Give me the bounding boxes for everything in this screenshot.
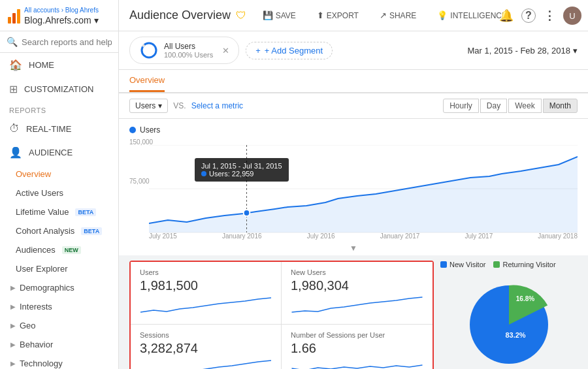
scroll-down-icon: ▼ xyxy=(350,244,357,253)
y-label-75k: 75,000 xyxy=(129,178,150,185)
new-visitor-dot xyxy=(440,261,447,268)
stat-label-sessions-per-user: Number of Sessions per User xyxy=(291,331,423,339)
share-button[interactable]: ↗ SHARE xyxy=(374,8,421,23)
stat-value-users: 1,981,500 xyxy=(140,278,272,293)
stats-grid: Users 1,981,500 New Users 1,980,304 xyxy=(129,261,434,369)
shield-icon: 🛡 xyxy=(236,10,246,22)
hourly-button[interactable]: Hourly xyxy=(443,99,479,113)
logo-bar-3 xyxy=(17,9,20,24)
save-icon: 💾 xyxy=(263,10,273,20)
stat-card-sessions-per-user[interactable]: Number of Sessions per User 1.66 xyxy=(282,325,433,369)
site-name[interactable]: Blog.Ahrefs.com ▾ xyxy=(24,15,99,25)
sidebar-item-behavior[interactable]: ▶ Behavior xyxy=(0,335,118,354)
legend-label-users: Users xyxy=(140,125,160,135)
tab-overview[interactable]: Overview xyxy=(129,70,165,92)
all-users-segment[interactable]: All Users 100.00% Users ✕ xyxy=(129,37,239,64)
chevron-right-icon-geo: ▶ xyxy=(10,322,16,329)
sidebar-item-lifetime-value[interactable]: Lifetime Value BETA xyxy=(0,202,118,221)
svg-text:16.8%: 16.8% xyxy=(516,295,534,302)
logo-bar-1 xyxy=(8,17,11,24)
metric-chevron-icon: ▾ xyxy=(158,101,162,110)
mini-chart-new-users xyxy=(291,296,423,315)
sidebar: All accounts › Blog Ahrefs Blog.Ahrefs.c… xyxy=(0,0,119,369)
pie-legend: New Visitor Returning Visitor xyxy=(440,261,578,268)
stat-label-sessions: Sessions xyxy=(140,331,272,339)
sidebar-item-user-explorer[interactable]: User Explorer xyxy=(0,259,118,278)
metric-dropdown[interactable]: Users ▾ xyxy=(129,99,168,113)
chart-container: Users 150,000 75,000 Jul 1, 2015 - Jul 3… xyxy=(119,119,588,255)
beta-badge-cohort: BETA xyxy=(81,227,102,235)
chevron-right-icon-technology: ▶ xyxy=(10,360,16,367)
sidebar-item-interests[interactable]: ▶ Interests xyxy=(0,297,118,316)
sidebar-item-active-users[interactable]: Active Users xyxy=(0,184,118,202)
select-metric-link[interactable]: Select a metric xyxy=(191,101,243,110)
metric-selector-area: Users ▾ VS. Select a metric xyxy=(129,99,243,113)
share-icon: ↗ xyxy=(380,10,387,20)
vs-label: VS. xyxy=(173,101,186,110)
date-range-picker[interactable]: Mar 1, 2015 - Feb 28, 2018 ▾ xyxy=(467,46,578,56)
chart-tooltip: Jul 1, 2015 - Jul 31, 2015 Users: 22,959 xyxy=(195,158,289,182)
pie-legend-new-visitor: New Visitor xyxy=(440,261,485,268)
segments-bar: All Users 100.00% Users ✕ + + Add Segmen… xyxy=(119,31,588,70)
add-icon: + xyxy=(255,46,261,56)
main-content: 🔔 ? ⋮ U Audience Overview 🛡 💾 SAVE ⬆ EXP… xyxy=(119,0,588,369)
sidebar-item-overview[interactable]: Overview xyxy=(0,165,118,184)
add-segment-button[interactable]: + + Add Segment xyxy=(246,42,333,59)
month-button[interactable]: Month xyxy=(543,99,578,113)
breadcrumb-text[interactable]: All accounts › Blog Ahrefs xyxy=(24,7,99,14)
stat-value-sessions: 3,282,874 xyxy=(140,341,272,356)
help-icon[interactable]: ? xyxy=(521,8,536,23)
sidebar-item-audiences[interactable]: Audiences NEW xyxy=(0,240,118,259)
search-bar[interactable]: 🔍 xyxy=(0,31,118,53)
sidebar-item-audience[interactable]: 👤 AUDIENCE xyxy=(0,140,118,165)
segment-close-icon[interactable]: ✕ xyxy=(222,46,229,56)
pie-chart-container: New Visitor Returning Visitor xyxy=(434,261,578,369)
svg-text:83.2%: 83.2% xyxy=(505,331,525,339)
stat-value-sessions-per-user: 1.66 xyxy=(291,341,423,356)
x-label-jul2016: July 2016 xyxy=(307,233,335,240)
sidebar-item-home[interactable]: 🏠 HOME xyxy=(0,53,118,77)
tooltip-date: Jul 1, 2015 - Jul 31, 2015 xyxy=(201,162,282,170)
bell-icon[interactable]: 🔔 xyxy=(499,8,514,23)
logo-bar-2 xyxy=(12,13,16,24)
grid-icon: ⊞ xyxy=(9,83,18,95)
x-label-jan2017: January 2017 xyxy=(380,233,420,240)
more-icon[interactable]: ⋮ xyxy=(544,8,555,23)
returning-visitor-dot xyxy=(493,261,500,268)
stats-grid-container: Users 1,981,500 New Users 1,980,304 xyxy=(129,261,434,369)
site-info: All accounts › Blog Ahrefs Blog.Ahrefs.c… xyxy=(24,7,99,25)
stat-card-new-users[interactable]: New Users 1,980,304 xyxy=(282,262,433,325)
legend-dot-users xyxy=(129,127,136,133)
chart-area: 150,000 75,000 Jul 1, 2015 - Jul 31, 201… xyxy=(129,138,578,230)
stat-card-users[interactable]: Users 1,981,500 xyxy=(131,262,282,325)
pie-svg: 83.2% 16.8% xyxy=(457,272,561,369)
search-icon: 🔍 xyxy=(7,37,18,47)
sidebar-item-cohort-analysis[interactable]: Cohort Analysis BETA xyxy=(0,221,118,240)
date-chevron-icon: ▾ xyxy=(573,46,578,56)
reports-section-label: Reports xyxy=(0,101,118,117)
stats-section: Users 1,981,500 New Users 1,980,304 xyxy=(119,255,588,369)
export-icon: ⬆ xyxy=(317,10,324,20)
search-input[interactable] xyxy=(22,37,112,47)
week-button[interactable]: Week xyxy=(508,99,541,113)
metric-bar: Users ▾ VS. Select a metric Hourly Day W… xyxy=(119,93,588,119)
breadcrumb: All accounts › Blog Ahrefs xyxy=(24,7,99,14)
sidebar-item-customization[interactable]: ⊞ CUSTOMIZATION xyxy=(0,77,118,101)
overview-tabs: Overview xyxy=(119,70,588,93)
page-title: Audience Overview xyxy=(129,8,231,22)
export-button[interactable]: ⬆ EXPORT xyxy=(312,8,364,23)
sidebar-header: All accounts › Blog Ahrefs Blog.Ahrefs.c… xyxy=(0,0,118,31)
stat-value-new-users: 1,980,304 xyxy=(291,278,423,293)
sidebar-item-demographics[interactable]: ▶ Demographics xyxy=(0,278,118,297)
avatar[interactable]: U xyxy=(563,7,581,25)
x-label-jul2015: July 2015 xyxy=(149,233,177,240)
segment-circle-container xyxy=(139,40,159,60)
sidebar-item-realtime[interactable]: ⏱ REAL-TIME xyxy=(0,117,118,140)
save-button[interactable]: 💾 SAVE xyxy=(257,8,301,23)
sidebar-item-geo[interactable]: ▶ Geo xyxy=(0,316,118,335)
sidebar-item-technology[interactable]: ▶ Technology xyxy=(0,354,118,369)
global-nav: 🔔 ? ⋮ U xyxy=(499,7,581,25)
mini-chart-users xyxy=(140,296,272,315)
stat-card-sessions[interactable]: Sessions 3,282,874 xyxy=(131,325,282,369)
day-button[interactable]: Day xyxy=(480,99,507,113)
